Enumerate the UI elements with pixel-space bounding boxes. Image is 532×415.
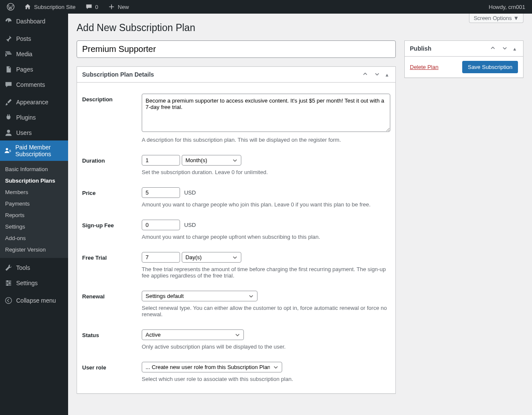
submenu-settings[interactable]: Settings [0,221,68,232]
move-up-button[interactable] [488,43,498,54]
menu-dashboard[interactable]: Dashboard [0,14,68,29]
menu-tools[interactable]: Tools [0,260,68,275]
howdy-text: Howdy, crn001 [489,4,525,10]
menu-label: Posts [16,35,31,42]
menu-label: Dashboard [16,18,46,25]
admin-sidebar: Dashboard Posts Media Pages Comments App… [0,14,68,415]
site-name-link[interactable]: Subscription Site [20,0,79,14]
move-up-button[interactable] [360,69,370,80]
new-label: New [118,4,129,10]
media-icon [4,50,13,58]
chevron-up-icon [362,72,369,79]
menu-appearance[interactable]: Appearance [0,94,68,110]
menu-posts[interactable]: Posts [0,31,68,46]
admin-bar: Subscription Site 0 New Howdy, crn001 [0,0,532,14]
submenu-addons[interactable]: Add-ons [0,232,68,244]
submenu-payments[interactable]: Payments [0,198,68,209]
plan-title-input[interactable] [77,40,396,58]
duration-input[interactable] [142,155,180,166]
subscription-plan-details-box: Subscription Plan Details ▴ Description [77,66,396,394]
free-trial-unit-select[interactable]: Day(s) [182,252,241,263]
submenu-members[interactable]: Members [0,186,68,198]
triangle-up-icon: ▴ [513,46,516,52]
price-currency: USD [184,189,196,196]
menu-media[interactable]: Media [0,46,68,62]
submenu-register-version[interactable]: Register Version [0,244,68,255]
wordpress-logo[interactable] [3,0,18,14]
delete-plan-link[interactable]: Delete Plan [410,64,438,70]
comments-link[interactable]: 0 [82,0,102,14]
signup-fee-label: Sign-up Fee [82,220,142,240]
chevron-down-icon [501,46,508,53]
move-down-button[interactable] [372,69,382,80]
menu-plugins[interactable]: Plugins [0,110,68,125]
description-textarea[interactable] [142,94,390,132]
user-role-select[interactable]: ... Create new user role from this Subsc… [142,362,282,372]
status-help: Only active subscription plans will be d… [142,343,390,350]
signup-fee-input[interactable] [142,220,180,230]
submenu-subscription-plans[interactable]: Subscription Plans [0,175,68,186]
svg-point-6 [7,284,9,286]
renewal-help: Select renewal type. You can either allo… [142,305,390,318]
comment-icon [85,3,93,11]
row-status: Status Active Only active subscription p… [82,323,390,356]
row-renewal: Renewal Settings default Select renewal … [82,285,390,323]
signup-fee-currency: USD [184,222,196,228]
move-down-button[interactable] [500,43,510,54]
howdy-link[interactable]: Howdy, crn001 [489,4,529,10]
site-name-text: Subscription Site [34,4,76,10]
toggle-panel-button[interactable]: ▴ [512,43,518,54]
new-link[interactable]: New [104,0,132,14]
status-select[interactable]: Active [142,329,244,340]
publish-box: Publish ▴ Delete Plan Save Subscription [404,40,523,78]
menu-label: Comments [16,81,45,88]
free-trial-help: The free trial represents the amount of … [142,266,390,279]
triangle-up-icon: ▴ [386,72,389,78]
comment-icon [4,80,13,89]
details-header: Subscription Plan Details ▴ [77,67,395,83]
menu-paid-member-subscriptions[interactable]: $ Paid Member Subscriptions [0,140,68,161]
submenu-basic-information[interactable]: Basic Information [0,163,68,175]
menu-label: Appearance [16,99,49,106]
save-subscription-button[interactable]: Save Subscription [462,61,518,73]
menu-collapse[interactable]: Collapse menu [0,293,68,308]
chevron-down-icon [374,72,380,79]
row-signup-fee: Sign-up Fee USD Amount you want to charg… [82,214,390,246]
main-content: Screen Options ▼ Add New Subscription Pl… [68,14,532,415]
duration-label: Duration [82,155,142,175]
renewal-select[interactable]: Settings default [142,291,257,301]
svg-point-1 [7,130,10,133]
menu-settings[interactable]: Settings [0,275,68,291]
user-role-label: User role [82,362,142,382]
screen-options-tab[interactable]: Screen Options ▼ [469,14,523,23]
plug-icon [4,113,13,122]
toggle-panel-button[interactable]: ▴ [384,69,390,80]
menu-label: Tools [16,264,30,271]
submenu-reports[interactable]: Reports [0,209,68,221]
menu-label: Media [16,51,32,57]
brush-icon [4,98,13,106]
free-trial-input[interactable] [142,252,180,263]
menu-label: Pages [16,66,33,73]
svg-point-7 [6,298,11,303]
price-help: Amount you want to charge people who joi… [142,201,390,208]
screen-options-label: Screen Options [474,15,512,21]
menu-label: Paid Member Subscriptions [15,144,64,157]
duration-help: Set the subscription duration. Leave 0 f… [142,169,390,175]
collapse-icon [4,296,13,305]
pms-icon: $ [4,146,12,155]
menu-pages[interactable]: Pages [0,62,68,77]
menu-comments[interactable]: Comments [0,77,68,92]
renewal-label: Renewal [82,291,142,318]
menu-users[interactable]: Users [0,125,68,140]
home-icon [24,3,31,11]
page-title: Add New Subscription Plan [77,22,523,34]
svg-point-5 [9,282,11,284]
duration-unit-select[interactable]: Month(s) [182,155,241,166]
price-input[interactable] [142,187,180,198]
svg-point-4 [7,280,9,282]
triangle-down-icon: ▼ [513,15,519,21]
chevron-up-icon [489,46,496,53]
menu-label: Settings [16,280,38,286]
menu-label: Plugins [16,114,36,121]
